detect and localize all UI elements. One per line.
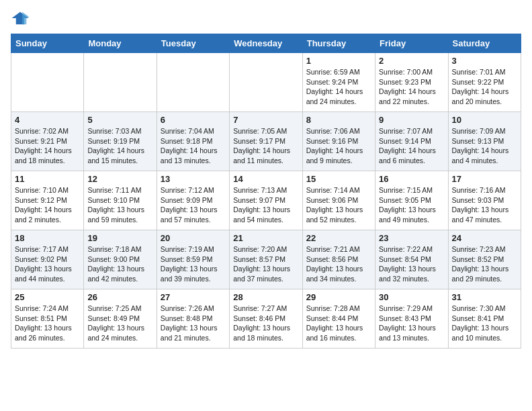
calendar-cell: 26Sunrise: 7:25 AM Sunset: 8:49 PM Dayli…	[84, 289, 157, 349]
day-number: 1	[306, 56, 371, 66]
weekday-header: Monday	[84, 34, 157, 53]
calendar-cell	[157, 53, 229, 112]
day-number: 11	[15, 174, 80, 184]
day-info: Sunrise: 7:13 AM Sunset: 9:07 PM Dayligh…	[233, 185, 298, 225]
day-info: Sunrise: 7:03 AM Sunset: 9:19 PM Dayligh…	[87, 126, 152, 166]
day-info: Sunrise: 7:17 AM Sunset: 9:02 PM Dayligh…	[15, 244, 80, 284]
day-info: Sunrise: 7:22 AM Sunset: 8:54 PM Dayligh…	[379, 244, 444, 284]
day-info: Sunrise: 7:23 AM Sunset: 8:52 PM Dayligh…	[452, 244, 517, 284]
day-number: 24	[452, 233, 517, 243]
day-number: 26	[87, 292, 152, 302]
day-info: Sunrise: 7:07 AM Sunset: 9:14 PM Dayligh…	[379, 126, 444, 166]
calendar-cell: 12Sunrise: 7:11 AM Sunset: 9:10 PM Dayli…	[84, 171, 157, 230]
calendar-cell: 10Sunrise: 7:09 AM Sunset: 9:13 PM Dayli…	[448, 112, 521, 171]
calendar-cell: 23Sunrise: 7:22 AM Sunset: 8:54 PM Dayli…	[375, 230, 448, 289]
day-number: 12	[87, 174, 152, 184]
weekday-header: Wednesday	[230, 34, 302, 53]
day-number: 30	[379, 292, 444, 302]
calendar-cell: 3Sunrise: 7:01 AM Sunset: 9:22 PM Daylig…	[448, 53, 521, 112]
calendar-cell: 29Sunrise: 7:28 AM Sunset: 8:44 PM Dayli…	[302, 289, 375, 349]
day-info: Sunrise: 7:27 AM Sunset: 8:46 PM Dayligh…	[233, 304, 298, 343]
calendar-table: SundayMondayTuesdayWednesdayThursdayFrid…	[11, 34, 521, 349]
day-info: Sunrise: 7:24 AM Sunset: 8:51 PM Dayligh…	[15, 304, 80, 343]
day-number: 9	[379, 115, 444, 125]
page-header	[11, 11, 521, 26]
day-number: 6	[161, 115, 226, 125]
calendar-cell	[11, 53, 84, 112]
day-number: 8	[306, 115, 371, 125]
day-number: 25	[15, 292, 80, 302]
day-number: 23	[379, 233, 444, 243]
day-info: Sunrise: 7:18 AM Sunset: 9:00 PM Dayligh…	[87, 244, 152, 284]
weekday-header: Thursday	[302, 34, 375, 53]
day-number: 17	[452, 174, 517, 184]
calendar-cell	[84, 53, 157, 112]
day-info: Sunrise: 7:28 AM Sunset: 8:44 PM Dayligh…	[306, 304, 371, 343]
calendar-cell: 6Sunrise: 7:04 AM Sunset: 9:18 PM Daylig…	[157, 112, 229, 171]
day-number: 31	[452, 292, 517, 302]
calendar-cell: 1Sunrise: 6:59 AM Sunset: 9:24 PM Daylig…	[302, 53, 375, 112]
day-number: 7	[233, 115, 298, 125]
day-info: Sunrise: 7:14 AM Sunset: 9:06 PM Dayligh…	[306, 185, 371, 225]
calendar-cell: 16Sunrise: 7:15 AM Sunset: 9:05 PM Dayli…	[375, 171, 448, 230]
day-number: 28	[233, 292, 298, 302]
day-info: Sunrise: 7:19 AM Sunset: 8:59 PM Dayligh…	[161, 244, 226, 284]
calendar-cell: 18Sunrise: 7:17 AM Sunset: 9:02 PM Dayli…	[11, 230, 84, 289]
day-number: 19	[87, 233, 152, 243]
weekday-header: Friday	[375, 34, 448, 53]
day-number: 22	[306, 233, 371, 243]
day-number: 16	[379, 174, 444, 184]
day-info: Sunrise: 7:26 AM Sunset: 8:48 PM Dayligh…	[161, 304, 226, 343]
weekday-header: Sunday	[11, 34, 84, 53]
calendar-cell: 15Sunrise: 7:14 AM Sunset: 9:06 PM Dayli…	[302, 171, 375, 230]
day-info: Sunrise: 7:29 AM Sunset: 8:43 PM Dayligh…	[379, 304, 444, 343]
day-info: Sunrise: 7:01 AM Sunset: 9:22 PM Dayligh…	[452, 67, 517, 107]
calendar-cell: 14Sunrise: 7:13 AM Sunset: 9:07 PM Dayli…	[230, 171, 302, 230]
day-info: Sunrise: 7:20 AM Sunset: 8:57 PM Dayligh…	[233, 244, 298, 284]
calendar-cell: 5Sunrise: 7:03 AM Sunset: 9:19 PM Daylig…	[84, 112, 157, 171]
calendar-cell: 19Sunrise: 7:18 AM Sunset: 9:00 PM Dayli…	[84, 230, 157, 289]
calendar-cell: 24Sunrise: 7:23 AM Sunset: 8:52 PM Dayli…	[448, 230, 521, 289]
day-number: 18	[15, 233, 80, 243]
day-info: Sunrise: 7:00 AM Sunset: 9:23 PM Dayligh…	[379, 67, 444, 107]
day-info: Sunrise: 7:02 AM Sunset: 9:21 PM Dayligh…	[15, 126, 80, 166]
calendar-cell: 9Sunrise: 7:07 AM Sunset: 9:14 PM Daylig…	[375, 112, 448, 171]
day-info: Sunrise: 7:05 AM Sunset: 9:17 PM Dayligh…	[233, 126, 298, 166]
calendar-cell: 13Sunrise: 7:12 AM Sunset: 9:09 PM Dayli…	[157, 171, 229, 230]
calendar-cell: 22Sunrise: 7:21 AM Sunset: 8:56 PM Dayli…	[302, 230, 375, 289]
day-info: Sunrise: 7:30 AM Sunset: 8:41 PM Dayligh…	[452, 304, 517, 343]
weekday-header: Saturday	[448, 34, 521, 53]
day-info: Sunrise: 7:06 AM Sunset: 9:16 PM Dayligh…	[306, 126, 371, 166]
calendar-cell: 20Sunrise: 7:19 AM Sunset: 8:59 PM Dayli…	[157, 230, 229, 289]
day-info: Sunrise: 7:11 AM Sunset: 9:10 PM Dayligh…	[87, 185, 152, 225]
day-number: 14	[233, 174, 298, 184]
day-number: 13	[161, 174, 226, 184]
day-info: Sunrise: 7:10 AM Sunset: 9:12 PM Dayligh…	[15, 185, 80, 225]
calendar-cell: 11Sunrise: 7:10 AM Sunset: 9:12 PM Dayli…	[11, 171, 84, 230]
calendar-cell	[230, 53, 302, 112]
day-info: Sunrise: 7:16 AM Sunset: 9:03 PM Dayligh…	[452, 185, 517, 225]
calendar-cell: 27Sunrise: 7:26 AM Sunset: 8:48 PM Dayli…	[157, 289, 229, 349]
day-info: Sunrise: 7:12 AM Sunset: 9:09 PM Dayligh…	[161, 185, 226, 225]
calendar-cell: 4Sunrise: 7:02 AM Sunset: 9:21 PM Daylig…	[11, 112, 84, 171]
calendar-cell: 7Sunrise: 7:05 AM Sunset: 9:17 PM Daylig…	[230, 112, 302, 171]
calendar-cell: 30Sunrise: 7:29 AM Sunset: 8:43 PM Dayli…	[375, 289, 448, 349]
day-number: 2	[379, 56, 444, 66]
weekday-header: Tuesday	[157, 34, 229, 53]
day-info: Sunrise: 6:59 AM Sunset: 9:24 PM Dayligh…	[306, 67, 371, 107]
day-info: Sunrise: 7:21 AM Sunset: 8:56 PM Dayligh…	[306, 244, 371, 284]
calendar-cell: 21Sunrise: 7:20 AM Sunset: 8:57 PM Dayli…	[230, 230, 302, 289]
day-number: 5	[87, 115, 152, 125]
logo	[11, 11, 32, 26]
calendar-cell: 31Sunrise: 7:30 AM Sunset: 8:41 PM Dayli…	[448, 289, 521, 349]
calendar-cell: 25Sunrise: 7:24 AM Sunset: 8:51 PM Dayli…	[11, 289, 84, 349]
day-info: Sunrise: 7:04 AM Sunset: 9:18 PM Dayligh…	[161, 126, 226, 166]
day-info: Sunrise: 7:15 AM Sunset: 9:05 PM Dayligh…	[379, 185, 444, 225]
day-number: 3	[452, 56, 517, 66]
logo-icon	[11, 11, 30, 26]
calendar-cell: 8Sunrise: 7:06 AM Sunset: 9:16 PM Daylig…	[302, 112, 375, 171]
day-info: Sunrise: 7:25 AM Sunset: 8:49 PM Dayligh…	[87, 304, 152, 343]
day-number: 20	[161, 233, 226, 243]
day-info: Sunrise: 7:09 AM Sunset: 9:13 PM Dayligh…	[452, 126, 517, 166]
calendar-cell: 28Sunrise: 7:27 AM Sunset: 8:46 PM Dayli…	[230, 289, 302, 349]
